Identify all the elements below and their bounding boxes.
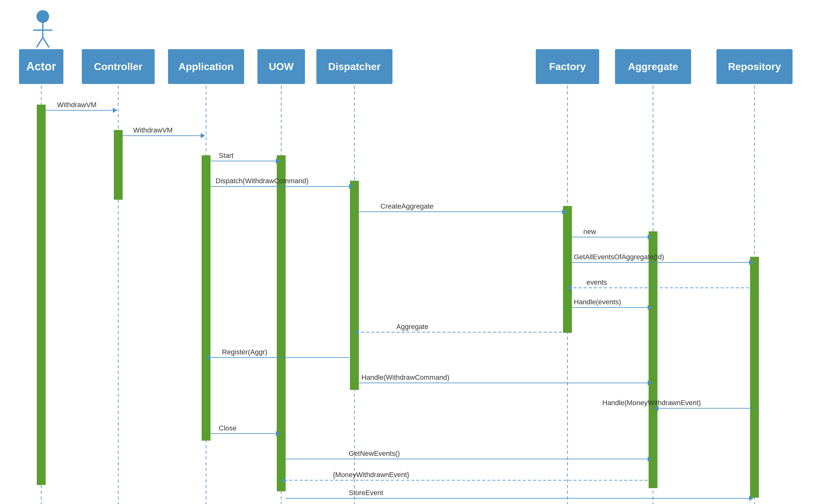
svg-text:Handle(WithdrawCommand): Handle(WithdrawCommand) bbox=[361, 373, 450, 381]
svg-text:WithdrawVM: WithdrawVM bbox=[133, 126, 173, 134]
diagram-svg: WithdrawVM WithdrawVM Start Dispatch(Wit… bbox=[0, 0, 816, 504]
svg-text:Dispatch(WithdrawCommand): Dispatch(WithdrawCommand) bbox=[216, 177, 308, 185]
svg-text:StoreEvent: StoreEvent bbox=[349, 489, 383, 497]
svg-text:Handle(events): Handle(events) bbox=[574, 298, 621, 306]
svg-text:WithdrawVM: WithdrawVM bbox=[57, 101, 97, 109]
svg-text:Register(Aggr): Register(Aggr) bbox=[222, 348, 267, 356]
svg-rect-18 bbox=[563, 206, 572, 333]
svg-text:new: new bbox=[583, 228, 596, 236]
svg-rect-17 bbox=[350, 181, 359, 390]
svg-rect-15 bbox=[202, 155, 210, 441]
svg-text:events: events bbox=[586, 278, 607, 286]
svg-text:Close: Close bbox=[219, 424, 236, 432]
svg-text:{MoneyWithdrawnEvent}: {MoneyWithdrawnEvent} bbox=[333, 471, 409, 479]
svg-text:Aggregate: Aggregate bbox=[396, 323, 429, 331]
svg-rect-13 bbox=[37, 105, 46, 485]
svg-text:Handle(MoneyWithdrawnEvent): Handle(MoneyWithdrawnEvent) bbox=[602, 399, 701, 407]
svg-rect-14 bbox=[114, 130, 123, 200]
svg-text:GetAllEventsOfAggregate(Id): GetAllEventsOfAggregate(Id) bbox=[574, 253, 664, 261]
svg-marker-22 bbox=[113, 108, 117, 113]
svg-text:GetNewEvents(): GetNewEvents() bbox=[349, 449, 400, 457]
svg-marker-25 bbox=[201, 133, 205, 138]
svg-rect-20 bbox=[750, 257, 759, 498]
svg-rect-19 bbox=[649, 231, 657, 488]
svg-rect-16 bbox=[277, 155, 286, 491]
svg-text:Start: Start bbox=[219, 152, 233, 159]
diagram-container: Actor Controller Application UOW Dispatc… bbox=[0, 0, 816, 504]
svg-text:CreateAggregate: CreateAggregate bbox=[380, 202, 434, 210]
